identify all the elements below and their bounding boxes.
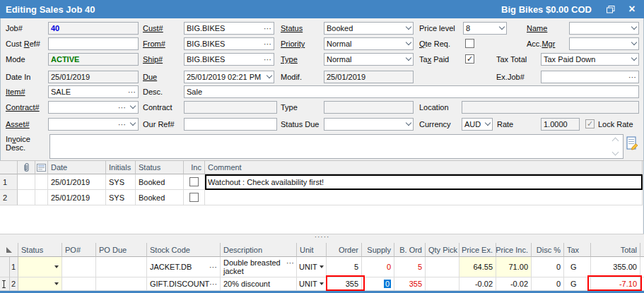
item-status-cell[interactable] [18,277,62,291]
item-order-cell[interactable]: 355 [327,277,362,291]
cust-label[interactable]: Cust# [143,24,163,32]
item-price-ex-cell[interactable]: 64.55 [459,257,496,277]
row-margin[interactable] [0,257,10,277]
from-field[interactable]: BIG.BIKES⋯ [184,37,274,50]
tax-paid-checkbox[interactable]: ✓ [465,54,474,64]
dropdown-arrow-icon[interactable] [320,282,324,285]
from-label[interactable]: From# [143,40,165,48]
desc-field[interactable]: Sale [184,85,639,98]
inc-checkbox[interactable] [189,193,199,202]
description-ellipsis-button[interactable]: ⋯ [286,258,294,267]
item-ellipsis-button[interactable]: ⋯ [128,88,136,97]
col-header-b-ord[interactable]: B. Ord [394,243,426,257]
col-header-unit[interactable]: Unit [297,243,327,257]
qte-req-checkbox[interactable] [465,39,474,48]
close-button[interactable]: × [624,2,640,16]
notes-cell[interactable] [35,174,48,190]
item-field[interactable]: SALE⋯ [48,85,139,98]
dropdown-arrow-icon[interactable] [130,120,136,126]
col-header-po[interactable]: PO# [62,243,96,257]
ex-job-ellipsis-button[interactable]: ⋯ [628,73,636,82]
attachment-cell[interactable] [18,190,35,205]
dropdown-arrow-icon[interactable] [54,282,59,285]
notes-cell[interactable] [35,190,48,205]
item-row-number[interactable]: 1 [10,257,18,277]
priority-label[interactable]: Priority [281,40,305,48]
col-header-price-ex[interactable]: Price Ex. [459,243,496,257]
status-label[interactable]: Status [281,24,303,32]
col-header-order[interactable]: Order [327,243,362,257]
dropdown-arrow-icon[interactable] [631,40,637,45]
splitter-handle[interactable]: ····· [0,234,644,243]
dropdown-arrow-icon[interactable] [406,24,411,30]
dropdown-arrow-icon[interactable] [499,24,505,30]
dropdown-arrow-icon[interactable] [406,55,411,61]
item-qty-pick-cell[interactable] [426,277,459,291]
price-level-dropdown[interactable]: 8 [463,22,507,35]
item-disc-cell[interactable]: 0 [532,257,564,277]
comment-date-cell[interactable]: 25/01/2019 [48,174,106,190]
attachment-cell[interactable] [18,174,35,190]
item-b-ord-cell[interactable]: 355 [394,277,426,291]
item-status-cell[interactable] [18,257,62,277]
status-dropdown[interactable]: Booked [324,22,414,35]
col-header-stock-code[interactable]: Stock Code [147,243,221,257]
tax-total-dropdown[interactable]: Tax Paid Down [541,53,639,66]
item-supply-cell-editing[interactable]: 0 [362,277,394,291]
item-tax-cell[interactable]: G [564,257,591,277]
name-label[interactable]: Name [527,24,547,32]
item-po-due-cell[interactable] [96,277,147,291]
item-b-ord-cell[interactable]: 5 [394,257,426,277]
stock-code-ellipsis-button[interactable]: ⋯ [209,263,217,272]
type-label[interactable]: Type [281,55,298,64]
col-header-qty-pick[interactable]: Qty Pick [426,243,459,257]
col-header-disc[interactable]: Disc % [532,243,564,257]
stock-code-ellipsis-button[interactable]: ⋯ [209,280,217,289]
contract-no-ellipsis-button[interactable]: ⋯ [118,103,126,112]
item-tax-cell[interactable]: G [564,277,591,291]
col-header-po-due[interactable]: PO Due [96,243,147,257]
item-total-cell[interactable]: -7.10 [591,277,640,291]
ex-job-field[interactable]: ⋯ [541,71,639,83]
comment-date-cell[interactable]: 25/01/2019 [48,190,106,205]
item-stock-code-cell[interactable]: JACKET.DB⋯ [147,257,221,277]
item-row-number[interactable]: 2 [10,277,18,291]
dropdown-arrow-icon[interactable] [406,120,411,126]
col-header-date[interactable]: Date [48,161,106,174]
asset-ellipsis-button[interactable]: ⋯ [118,120,126,129]
job-field[interactable]: 40 [48,22,139,35]
item-order-cell[interactable]: 5 [327,257,362,277]
restore-button[interactable] [603,2,619,16]
asset-field[interactable]: ⋯ [48,118,139,131]
item-description-cell[interactable]: Double breasted jacket⋯ [221,257,297,277]
item-price-inc-cell[interactable]: -0.02 [496,277,532,291]
attachment-column-header[interactable] [18,161,35,174]
invoice-desc-textarea[interactable] [49,134,623,159]
item-unit-cell[interactable]: UNIT [297,257,327,277]
from-ellipsis-button[interactable]: ⋯ [264,40,271,49]
cust-field[interactable]: BIG.BIKES⋯ [184,22,274,35]
ship-label[interactable]: Ship# [143,55,163,64]
comment-status-cell[interactable]: Booked [136,190,184,205]
comment-row-number[interactable]: 1 [0,174,18,190]
dropdown-arrow-icon[interactable] [130,103,136,109]
due-label[interactable]: Due [143,73,157,81]
item-po-cell[interactable] [62,277,96,291]
row-margin[interactable] [0,277,10,291]
our-ref-field[interactable] [184,118,277,131]
status-due-dropdown[interactable] [324,118,414,131]
comment-initials-cell[interactable]: SYS [106,174,136,190]
item-price-inc-cell[interactable]: 71.00 [496,257,532,277]
col-header-price-inc[interactable]: Price Inc. [496,243,532,257]
items-corner-header[interactable] [0,243,18,257]
notes-column-header[interactable] [35,161,48,174]
item-unit-cell[interactable]: UNIT [297,277,327,291]
item-description-cell[interactable]: 20% discount [221,277,297,291]
item-po-cell[interactable] [62,257,96,277]
inc-checkbox[interactable] [189,177,199,186]
dropdown-arrow-icon[interactable] [406,40,411,45]
comment-row-number[interactable]: 2 [0,190,18,205]
col-header-total[interactable]: Total [591,243,640,257]
comment-status-cell[interactable]: Booked [136,174,184,190]
col-header-tax[interactable]: Tax [564,243,591,257]
